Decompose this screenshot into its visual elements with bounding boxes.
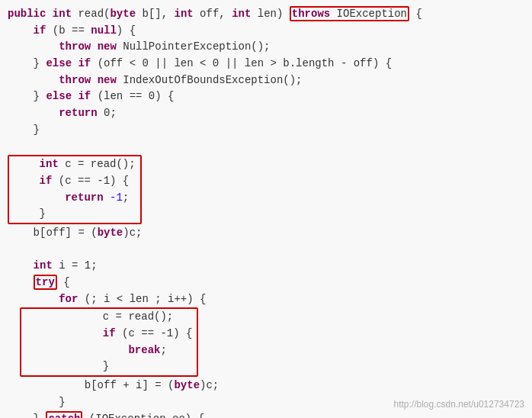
catch-highlight: catch <box>46 411 82 419</box>
line-for: for (; i < len ; i++) { <box>8 291 524 308</box>
line-boffi: b[off + i] = (byte)c; <box>8 378 524 394</box>
line-7: return 0; <box>8 105 524 122</box>
line-4: } else if (off < 0 || len < 0 || len > b… <box>8 56 524 72</box>
block1-line3: return -1; <box>14 190 136 207</box>
block2-line1: c = read(); <box>26 309 192 326</box>
watermark: http://blog.csdn.net/u012734723 <box>394 397 524 412</box>
try-highlight: try <box>34 275 57 290</box>
line-2: if (b == null) { <box>8 23 524 40</box>
block1-line1: int c = read(); <box>14 156 136 173</box>
block2-line3: break; <box>26 342 192 359</box>
line-6: } else if (len == 0) { <box>8 88 524 105</box>
code-container: public int read(byte b[], int off, int l… <box>0 0 532 418</box>
block2-line4: } <box>26 359 192 375</box>
highlight-block-1: int c = read(); if (c == -1) { return -1… <box>8 155 142 224</box>
line-boff: b[off] = (byte)c; <box>8 225 524 242</box>
line-3: throw new NullPointerException(); <box>8 39 524 56</box>
block1-line4: } <box>14 206 136 223</box>
line-5: throw new IndexOutOfBoundsException(); <box>8 72 524 89</box>
line-try: try { <box>8 275 524 291</box>
highlight-block-2: c = read(); if (c == -1) { break; } <box>20 307 198 377</box>
blank-1 <box>8 139 524 156</box>
block1-line2: if (c == -1) { <box>14 173 136 190</box>
blank-2 <box>8 242 524 259</box>
line-8: } <box>8 122 524 139</box>
line-1: public int read(byte b[], int off, int l… <box>8 6 524 23</box>
line-int-i: int i = 1; <box>8 258 524 275</box>
block2-line2: if (c == -1) { <box>26 326 192 342</box>
throws-highlight: throws IOException <box>290 6 409 21</box>
